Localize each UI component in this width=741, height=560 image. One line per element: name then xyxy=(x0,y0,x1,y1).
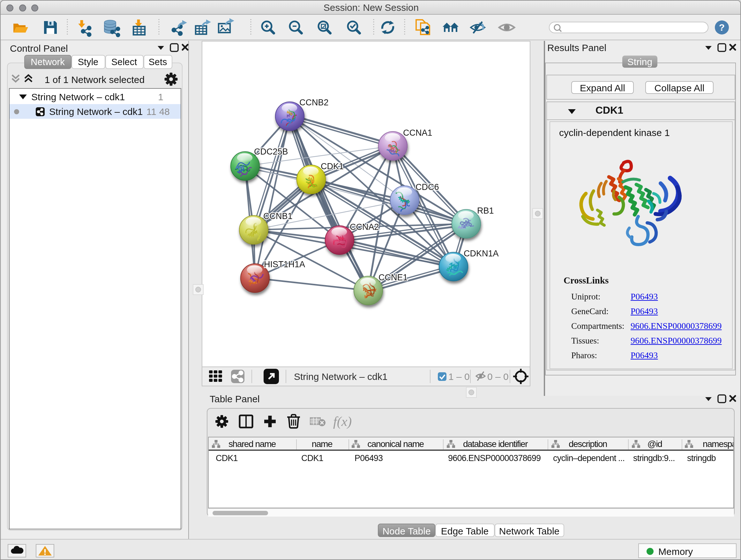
svg-text:CCNB2: CCNB2 xyxy=(299,98,328,107)
svg-text:CCNE1: CCNE1 xyxy=(378,273,408,282)
svg-text:CCNA1: CCNA1 xyxy=(403,128,432,138)
svg-text:CDK1: CDK1 xyxy=(320,162,343,171)
svg-text:CDKN1A: CDKN1A xyxy=(463,249,498,258)
svg-text:CCNA2: CCNA2 xyxy=(349,222,379,232)
svg-text:f(x): f(x) xyxy=(333,414,351,429)
svg-text:CDC25B: CDC25B xyxy=(254,147,288,157)
svg-text:CCNB1: CCNB1 xyxy=(263,211,292,221)
svg-text:HIST1H1A: HIST1H1A xyxy=(264,260,305,269)
svg-text:RB1: RB1 xyxy=(477,206,494,215)
svg-text:CDC6: CDC6 xyxy=(415,182,439,192)
